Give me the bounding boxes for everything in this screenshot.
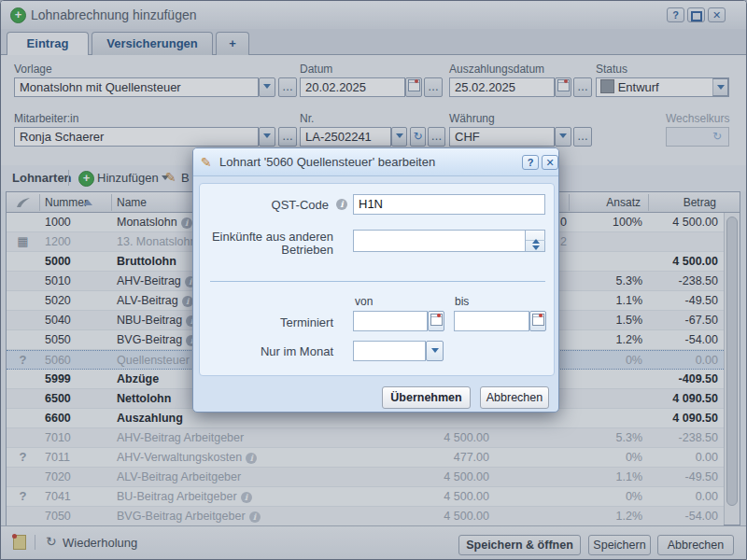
chevron-down-icon: [431, 348, 439, 353]
qst-code-label: QST-Code: [205, 198, 329, 212]
info-icon: i: [336, 199, 347, 210]
edit-pencil-icon: ✎: [201, 155, 212, 170]
von-label: von: [355, 295, 373, 308]
bis-label: bis: [455, 295, 469, 308]
einkuenfte-label: Einkünfte aus anderen Betrieben: [205, 231, 333, 257]
dialog-titlebar: ✎ Lohnart '5060 Quellensteuer' bearbeite…: [193, 148, 558, 176]
terminiert-bis-input[interactable]: [454, 311, 529, 331]
von-calendar-button[interactable]: [428, 311, 444, 331]
dialog-separator: [210, 281, 545, 282]
nur-im-monat-dropdown-button[interactable]: [426, 341, 444, 361]
dialog-help-button[interactable]: ?: [522, 155, 539, 170]
einkuenfte-input[interactable]: [353, 230, 545, 252]
qst-code-input[interactable]: H1N: [353, 194, 545, 215]
terminiert-von-input[interactable]: [353, 311, 428, 331]
dialog-title: Lohnart '5060 Quellensteuer' bearbeiten: [219, 148, 435, 176]
nur-im-monat-combo[interactable]: [353, 341, 426, 361]
apply-button[interactable]: Übernehmen: [382, 386, 471, 409]
bis-calendar-button[interactable]: [529, 311, 546, 331]
calendar-icon: [532, 314, 544, 326]
dialog-form-panel: QST-Code i H1N Einkünfte aus anderen Bet…: [199, 183, 555, 376]
spinner-down-button[interactable]: [526, 241, 545, 251]
chevron-down-icon: [532, 245, 540, 250]
nur-im-monat-label: Nur im Monat: [205, 344, 333, 358]
dialog-cancel-button[interactable]: Abbrechen: [480, 386, 549, 409]
calendar-icon: [430, 314, 443, 326]
edit-lohnart-dialog: ✎ Lohnart '5060 Quellensteuer' bearbeite…: [192, 147, 559, 413]
app-window: + Lohnabrechnung hinzufügen ? ✕ Eintrag …: [0, 0, 747, 560]
dialog-close-button[interactable]: ✕: [542, 155, 558, 170]
einkuenfte-spinner: [525, 231, 544, 251]
spinner-up-button[interactable]: [526, 231, 545, 241]
terminiert-label: Terminiert: [205, 315, 333, 329]
